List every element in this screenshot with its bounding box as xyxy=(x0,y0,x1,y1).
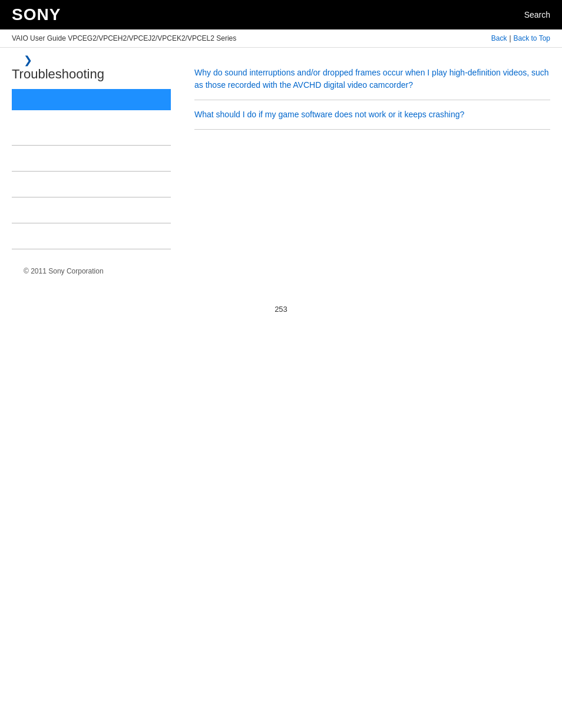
sidebar-item[interactable] xyxy=(12,223,171,249)
page-number: 253 xyxy=(0,287,562,325)
back-to-top-link[interactable]: Back to Top xyxy=(514,34,550,42)
sidebar-selected-item[interactable] xyxy=(12,89,171,110)
arrow-row: ❯ xyxy=(0,48,562,67)
search-button[interactable]: Search xyxy=(524,10,550,19)
content-divider-2 xyxy=(194,129,550,130)
sidebar-items-list xyxy=(12,120,171,249)
nav-separator: | xyxy=(509,34,511,42)
nav-links: Back | Back to Top xyxy=(491,34,550,42)
copyright-text: © 2011 Sony Corporation xyxy=(24,267,104,275)
sidebar-item[interactable] xyxy=(12,120,171,146)
sidebar-item[interactable] xyxy=(12,197,171,223)
chevron-right-icon: ❯ xyxy=(24,54,32,66)
content-area: Why do sound interruptions and/or droppe… xyxy=(183,67,562,249)
nav-bar: VAIO User Guide VPCEG2/VPCEH2/VPCEJ2/VPC… xyxy=(0,29,562,48)
back-link[interactable]: Back xyxy=(491,34,507,42)
guide-title: VAIO User Guide VPCEG2/VPCEH2/VPCEJ2/VPC… xyxy=(12,34,236,42)
page-wrapper: SONY Search VAIO User Guide VPCEG2/VPCEH… xyxy=(0,0,562,325)
content-link-2[interactable]: What should I do if my game software doe… xyxy=(194,108,550,121)
footer: © 2011 Sony Corporation xyxy=(0,249,562,287)
two-col-layout: Troubleshooting Why do sound interruptio… xyxy=(0,67,562,249)
sidebar-title: Troubleshooting xyxy=(12,67,171,82)
sony-logo: SONY xyxy=(12,5,61,24)
sidebar-item[interactable] xyxy=(12,172,171,197)
sidebar: Troubleshooting xyxy=(0,67,183,249)
header: SONY Search xyxy=(0,0,562,29)
content-link-1[interactable]: Why do sound interruptions and/or droppe… xyxy=(194,67,550,91)
sidebar-item[interactable] xyxy=(12,146,171,172)
content-divider-1 xyxy=(194,100,550,100)
